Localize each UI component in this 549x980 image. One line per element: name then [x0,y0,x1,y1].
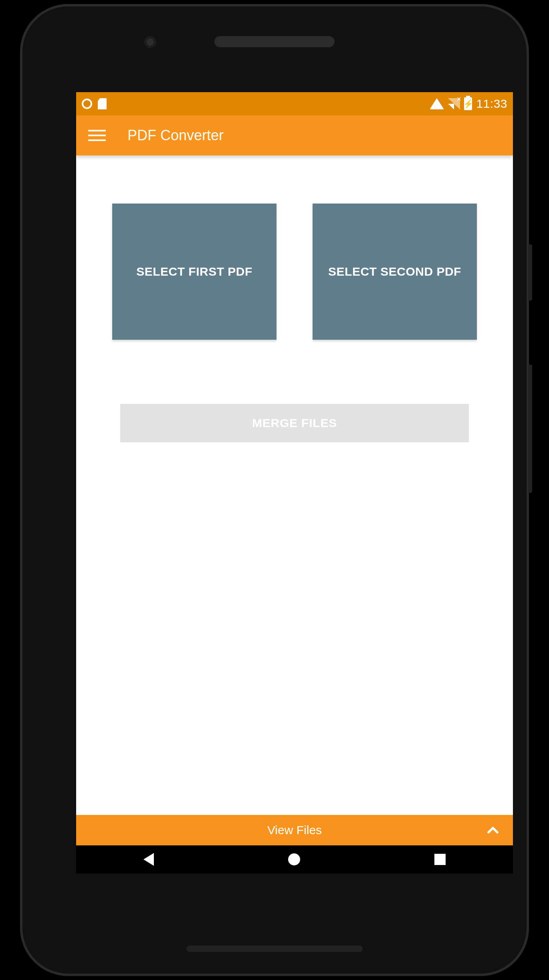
nav-bar [76,845,513,873]
phone-speaker [214,36,335,47]
status-left [82,98,107,109]
phone-front-camera [144,36,156,48]
phone-bottom-speaker [186,946,363,952]
chevron-up-icon [484,821,502,839]
nav-back-button[interactable] [143,853,154,866]
phone-volume-button [528,365,532,493]
status-right: × ⚡ 11:33 [430,97,507,111]
nav-recent-button[interactable] [434,854,446,865]
status-bar: × ⚡ 11:33 [76,92,513,115]
app-title: PDF Converter [127,127,224,144]
merge-files-button[interactable]: MERGE FILES [120,404,469,442]
screen: × ⚡ 11:33 PDF Converter SELECT FIRST PDF… [76,92,513,873]
phone-frame: × ⚡ 11:33 PDF Converter SELECT FIRST PDF… [20,4,529,976]
pdf-select-row: SELECT FIRST PDF SELECT SECOND PDF [76,155,513,340]
phone-side-button [528,244,532,300]
select-first-pdf-button[interactable]: SELECT FIRST PDF [112,204,277,340]
signal-icon: × [448,98,460,109]
menu-icon[interactable] [88,130,106,141]
view-files-bar[interactable]: View Files [76,815,513,845]
wifi-icon [430,98,444,109]
battery-icon: ⚡ [464,97,472,110]
status-clock: 11:33 [476,97,507,111]
view-files-label: View Files [267,823,322,837]
status-circle-icon [82,99,92,109]
select-first-pdf-label: SELECT FIRST PDF [136,265,252,278]
app-bar: PDF Converter [76,115,513,155]
select-second-pdf-button[interactable]: SELECT SECOND PDF [313,204,477,340]
content-area: SELECT FIRST PDF SELECT SECOND PDF MERGE… [76,155,513,815]
sd-card-icon [98,98,107,109]
select-second-pdf-label: SELECT SECOND PDF [328,265,461,278]
battery-charging-icon: ⚡ [463,99,473,109]
nav-home-button[interactable] [288,853,300,865]
merge-files-label: MERGE FILES [252,416,337,430]
signal-no-data-icon: × [457,95,461,103]
